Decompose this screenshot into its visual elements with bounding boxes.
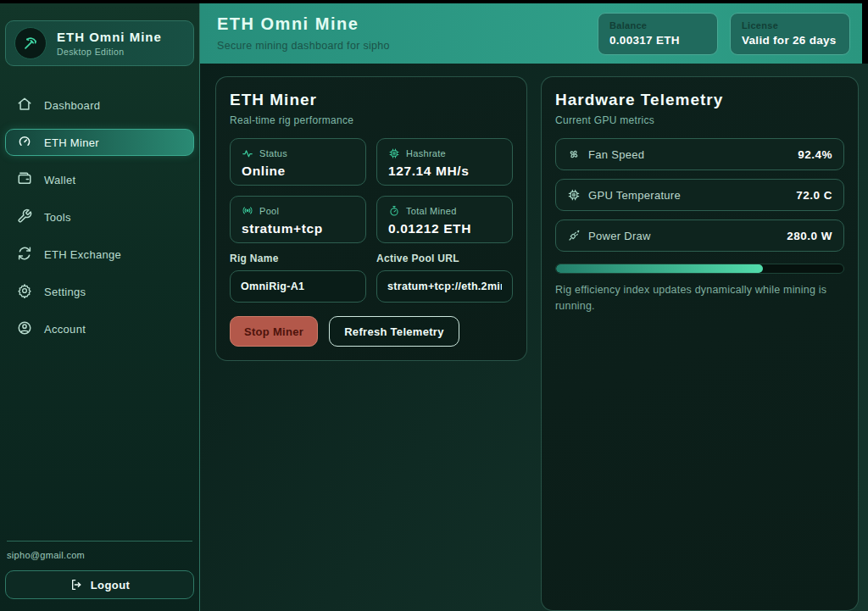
metric-row-fan-speed: Fan Speed 92.4%	[555, 138, 844, 170]
sidebar-item-label: Account	[44, 323, 86, 336]
pool-url-input[interactable]	[376, 270, 513, 303]
stat-value-total-mined: 0.01212 ETH	[388, 221, 501, 236]
sidebar-item-label: ETH Exchange	[44, 248, 121, 261]
page-header: ETH Omni Mine Secure mining dashboard fo…	[200, 3, 862, 64]
activity-icon	[242, 147, 253, 159]
stat-value-hashrate: 127.14 MH/s	[388, 164, 501, 179]
wallet-icon	[17, 171, 32, 189]
metric-label: Fan Speed	[588, 148, 644, 161]
license-chip: License Valid for 26 days	[730, 13, 850, 55]
telemetry-caption: Rig efficiency index updates dynamically…	[555, 282, 844, 314]
page-title: ETH Omni Mine	[217, 14, 390, 34]
window-right-edge	[862, 3, 868, 64]
stat-tile-status: Status Online	[230, 138, 366, 186]
antenna-icon	[242, 205, 253, 217]
gear-icon	[17, 283, 32, 301]
sidebar-item-label: Wallet	[44, 174, 75, 186]
stat-value-pool: stratum+tcp	[242, 221, 354, 236]
efficiency-progress-track	[555, 264, 844, 274]
rig-name-label: Rig Name	[230, 253, 366, 264]
sidebar-item-label: Dashboard	[44, 99, 100, 112]
metric-label: Power Draw	[588, 230, 651, 242]
sidebar-item-account[interactable]: Account	[5, 315, 194, 342]
power-icon	[567, 229, 581, 242]
home-icon	[17, 97, 32, 114]
sidebar-nav: Dashboard ETH Miner Wallet Tools ETH Exc…	[5, 92, 194, 342]
metric-value-power-draw: 280.0 W	[787, 230, 832, 242]
sidebar-divider	[7, 541, 192, 542]
fan-icon	[567, 147, 581, 161]
rig-name-input[interactable]	[230, 270, 366, 303]
metric-row-power-draw: Power Draw 280.0 W	[555, 219, 844, 252]
stat-tile-total-mined: Total Mined 0.01212 ETH	[376, 196, 513, 243]
stat-tile-hashrate: Hashrate 127.14 MH/s	[376, 138, 513, 186]
stat-label: Status	[259, 148, 287, 158]
logout-label: Logout	[91, 579, 130, 592]
sidebar-item-wallet[interactable]: Wallet	[5, 166, 194, 193]
sidebar-item-eth-exchange[interactable]: ETH Exchange	[5, 241, 194, 268]
app-edition: Desktop Edition	[57, 47, 162, 57]
stat-label: Hashrate	[406, 148, 446, 158]
metric-row-gpu-temperature: GPU Temperature 72.0 C	[555, 179, 844, 211]
stat-label: Total Mined	[406, 206, 457, 216]
page-subtitle: Secure mining dashboard for sipho	[217, 40, 390, 52]
sidebar-item-settings[interactable]: Settings	[5, 278, 194, 305]
account-icon	[17, 320, 32, 338]
license-value: Valid for 26 days	[742, 34, 838, 47]
sidebar-item-label: Settings	[44, 286, 86, 298]
hardware-telemetry-card: Hardware Telemetry Current GPU metrics F…	[541, 76, 859, 611]
sidebar: ETH Omni Mine Desktop Edition Dashboard …	[0, 3, 200, 611]
telemetry-card-title: Hardware Telemetry	[555, 91, 844, 109]
app-window: ETH Omni Mine Desktop Edition Dashboard …	[0, 0, 868, 611]
logout-button[interactable]: Logout	[5, 570, 194, 599]
metric-label: GPU Temperature	[588, 189, 681, 202]
miner-card-subtitle: Real-time rig performance	[230, 114, 513, 126]
pickaxe-icon	[14, 27, 47, 59]
balance-value: 0.00317 ETH	[609, 34, 706, 47]
license-label: License	[742, 20, 838, 31]
user-email: sipho@gmail.com	[5, 550, 194, 560]
logout-icon	[70, 578, 83, 592]
sidebar-item-dashboard[interactable]: Dashboard	[5, 92, 194, 119]
chip-icon	[567, 188, 581, 202]
efficiency-fill	[556, 264, 763, 273]
miner-card-title: ETH Miner	[230, 91, 513, 109]
refresh-telemetry-button[interactable]: Refresh Telemetry	[329, 316, 459, 347]
wrench-icon	[17, 208, 32, 226]
app-logo-card: ETH Omni Mine Desktop Edition	[5, 20, 194, 66]
sidebar-item-label: Tools	[44, 211, 71, 224]
metric-value-fan-speed: 92.4%	[798, 148, 832, 161]
stat-label: Pool	[259, 206, 279, 216]
sidebar-item-label: ETH Miner	[44, 136, 99, 149]
stat-tile-pool: Pool stratum+tcp	[230, 196, 366, 243]
pool-url-label: Active Pool URL	[376, 253, 513, 264]
main-content: ETH Miner Real-time rig performance Stat…	[200, 64, 868, 611]
eth-miner-card: ETH Miner Real-time rig performance Stat…	[215, 76, 527, 361]
balance-label: Balance	[609, 20, 706, 31]
exchange-icon	[17, 246, 32, 264]
metric-value-gpu-temperature: 72.0 C	[796, 189, 832, 202]
telemetry-metrics: Fan Speed 92.4% GPU Temperature 72.0 C P…	[555, 138, 844, 252]
balance-chip: Balance 0.00317 ETH	[598, 13, 718, 55]
gauge-icon	[17, 134, 32, 152]
miner-stats-grid: Status Online Hashrate 127.14 MH/s	[230, 138, 513, 243]
telemetry-card-subtitle: Current GPU metrics	[555, 114, 844, 126]
stopwatch-icon	[388, 205, 400, 217]
sidebar-item-eth-miner[interactable]: ETH Miner	[5, 129, 194, 156]
sidebar-item-tools[interactable]: Tools	[5, 203, 194, 231]
stat-value-status: Online	[242, 164, 354, 179]
stop-miner-button[interactable]: Stop Miner	[230, 316, 318, 347]
app-title: ETH Omni Mine	[57, 30, 162, 44]
chip-icon	[388, 147, 400, 159]
